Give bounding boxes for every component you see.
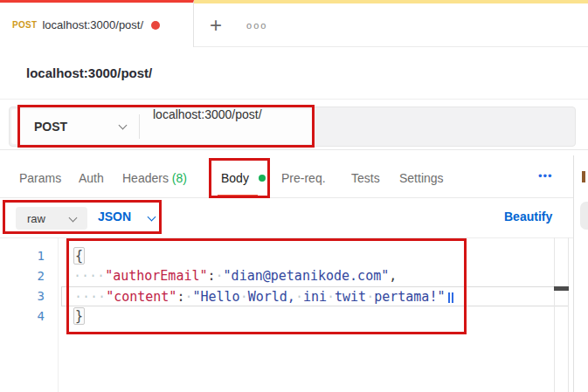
new-tab-button[interactable]: + [210,17,222,34]
line-number: 3 [0,286,45,306]
tab-params[interactable]: Params [19,171,61,185]
code-line[interactable]: ····"content":·"Hello·World,·ini·twit·pe… [61,286,569,306]
request-tabs-row: Params Auth Headers (8) Body Pre-req. Te… [0,150,573,198]
headers-count: (8) [172,171,187,185]
format-select-value: raw [27,212,45,225]
editor-gutter: 1234 [0,246,52,327]
format-select[interactable]: raw [16,207,87,230]
language-select[interactable]: JSON [98,210,131,224]
tab-headers[interactable]: Headers (8) [122,171,187,185]
chevron-down-icon [69,214,78,223]
tab-pre-req[interactable]: Pre-req. [281,171,326,185]
body-toolbar: raw JSON Beautify [0,199,573,237]
scrollbar-track [568,237,569,392]
method-select[interactable]: POST [34,120,67,134]
body-has-content-dot [259,175,266,182]
cutoff-element [582,171,585,182]
tab-tests[interactable]: Tests [351,171,380,185]
tab-settings[interactable]: Settings [399,171,444,185]
url-input[interactable]: localhost:3000/post/ [153,107,262,121]
beautify-button[interactable]: Beautify [504,210,552,224]
tab-body[interactable]: Body [221,171,249,185]
line-number: 4 [0,306,45,327]
tab-title: localhost:3000/post/ [42,18,143,31]
cutoff-pill [580,202,588,230]
unsaved-changes-dot [151,21,160,30]
line-number: 2 [0,266,45,286]
line-number: 1 [0,246,45,266]
text-cursor [448,292,453,303]
chevron-down-icon[interactable] [148,213,156,222]
request-title-row: localhost:3000/post/ [0,47,588,100]
tab-strip: + ooo [194,0,588,47]
url-bar-row: POST localhost:3000/post/ [0,100,588,150]
panel-divider [573,155,574,392]
editor-code[interactable]: {····"authorEmail":·"dian@petanikode.com… [61,246,569,327]
scrollbar-track [554,237,555,392]
tab-auth[interactable]: Auth [79,171,104,185]
divider [139,114,140,139]
scrollbar-thumb[interactable] [554,286,569,291]
url-bar: POST localhost:3000/post/ [9,107,576,147]
active-tab-underline [218,195,258,197]
body-editor[interactable]: 1234 {····"authorEmail":·"dian@petanikod… [0,237,573,392]
divider [58,238,59,392]
postman-request-panel: POST localhost:3000/post/ + ooo localhos… [0,0,588,392]
request-title: localhost:3000/post/ [26,65,152,80]
tab-method-label: POST [12,20,37,30]
tab-more-options-icon[interactable]: ooo [246,20,267,31]
code-line[interactable]: { [61,246,569,266]
request-tab[interactable]: POST localhost:3000/post/ [0,0,194,47]
code-line[interactable]: ····"authorEmail":·"dian@petanikode.com"… [61,266,569,286]
code-line[interactable]: } [61,306,569,327]
tabs-more-options-icon[interactable]: ••• [538,169,553,182]
